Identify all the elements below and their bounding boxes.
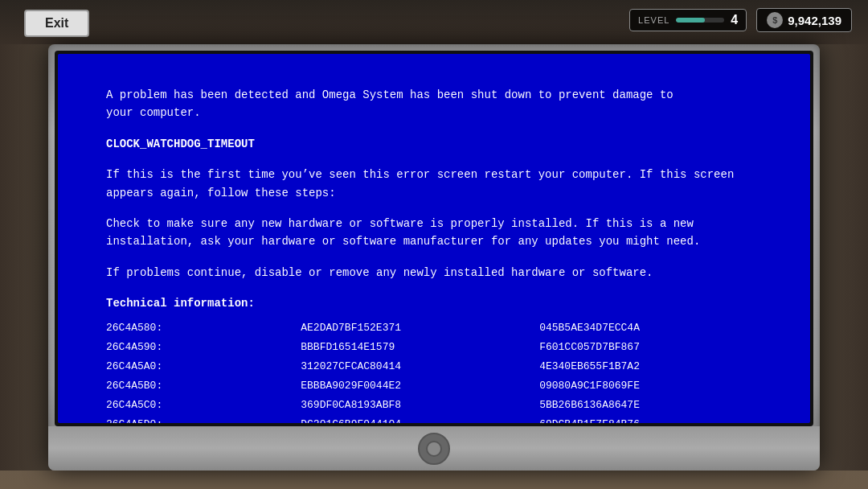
mem-addr: 26C4A580: <box>106 319 285 337</box>
bsod-tech-info: Technical information: 26C4A580:AE2DAD7B… <box>106 294 762 423</box>
mem-addr: 26C4A5C0: <box>106 397 285 414</box>
mem-val1: BBBFD16514E1579 <box>301 339 523 356</box>
mem-val2: F601CC057D7BF867 <box>539 339 762 356</box>
bsod-para1: If this is the first time you’ve seen th… <box>106 166 762 202</box>
monitor-frame: A problem has been detected and Omega Sy… <box>48 44 820 471</box>
mem-val1: 312027CFCAC80414 <box>301 358 523 376</box>
monitor-logo <box>418 433 450 465</box>
mem-val2: 69DCB4B1F7E84B76 <box>539 416 762 423</box>
bsod-screen: A problem has been detected and Omega Sy… <box>58 54 810 423</box>
bsod-text-line2: your computer. <box>106 106 201 119</box>
level-bar-container <box>676 18 724 23</box>
money-icon: $ <box>767 12 783 28</box>
mem-val2: 5BB26B6136A8647E <box>539 397 762 414</box>
bsod-tech-label: Technical information: <box>106 294 762 312</box>
mem-val1: DC201C6B9F944104 <box>301 416 523 423</box>
bsod-para2: Check to make sure any new hardware or s… <box>106 215 762 251</box>
bsod-para3: If problems continue, disable or remove … <box>106 264 762 281</box>
level-badge: LEVEL 4 <box>629 9 747 31</box>
bsod-line1: A problem has been detected and Omega Sy… <box>106 86 762 122</box>
monitor-screen-border: A problem has been detected and Omega Sy… <box>55 51 813 426</box>
mem-val2: 045B5AE34D7ECC4A <box>539 319 762 337</box>
hud-top-right: LEVEL 4 $ 9,942,139 <box>629 8 852 32</box>
monitor-logo-inner <box>426 441 442 457</box>
bsod-error-code: CLOCK_WATCHDOG_TIMEOUT <box>106 135 762 153</box>
money-badge: $ 9,942,139 <box>756 8 852 32</box>
mem-val2: 4E340EB655F1B7A2 <box>539 358 762 376</box>
mem-val1: EBBBA9029F0044E2 <box>301 377 523 395</box>
mem-addr: 26C4A5D0: <box>106 416 285 423</box>
room-left-wall <box>0 44 52 471</box>
mem-val1: 369DF0CA8193ABF8 <box>301 397 523 414</box>
bsod-text-line1: A problem has been detected and Omega Sy… <box>106 88 674 101</box>
level-label: LEVEL <box>638 15 669 25</box>
monitor-screen: A problem has been detected and Omega Sy… <box>58 54 810 423</box>
level-value: 4 <box>731 13 738 27</box>
mem-val2: 09080A9C1F8069FE <box>539 377 762 395</box>
monitor-bottom-bezel <box>48 426 820 471</box>
level-bar-fill <box>676 18 705 23</box>
mem-addr: 26C4A5A0: <box>106 358 285 376</box>
mem-addr: 26C4A5B0: <box>106 377 285 395</box>
mem-addr: 26C4A590: <box>106 339 285 356</box>
mem-val1: AE2DAD7BF152E371 <box>301 319 523 337</box>
bsod-mem-dump: 26C4A580:AE2DAD7BF152E371045B5AE34D7ECC4… <box>106 319 762 423</box>
money-value: 9,942,139 <box>788 14 841 27</box>
room-right-wall <box>816 44 868 471</box>
exit-button[interactable]: Exit <box>24 10 89 37</box>
